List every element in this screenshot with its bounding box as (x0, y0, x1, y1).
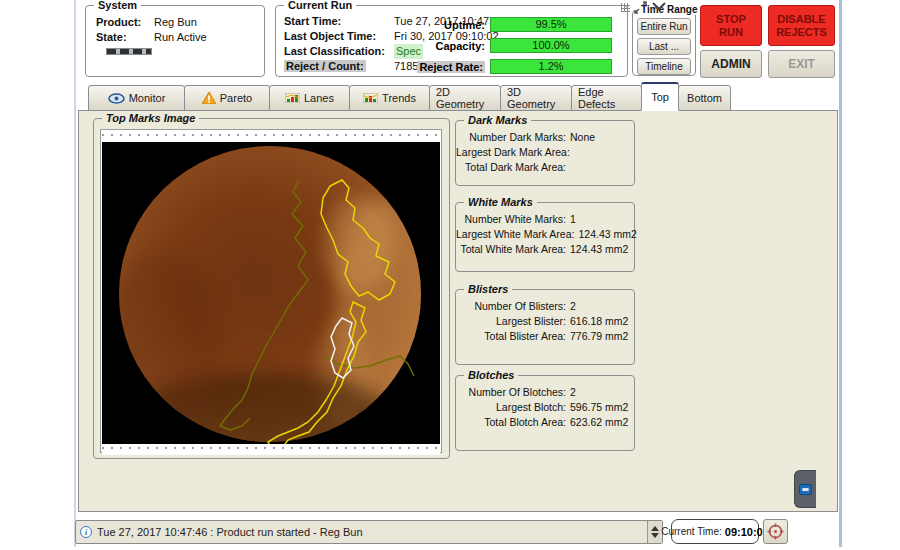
uptime-label: Uptime: (388, 19, 490, 31)
ruler-bottom (102, 447, 440, 455)
tab-top-label: Top (651, 91, 669, 103)
side-pull-tab[interactable] (794, 470, 816, 508)
blotches-groupbox: Blotches Number Of Blotches: 2 Largest B… (455, 375, 635, 451)
run-progress-indicator (106, 48, 152, 55)
tab-2d-geometry[interactable]: 2D Geometry (429, 85, 501, 111)
tab-monitor[interactable]: Monitor (88, 85, 185, 111)
white-marks-groupbox: White Marks Number White Marks: 1 Larges… (455, 202, 635, 272)
last-object-time-label: Last Object Time: (284, 29, 394, 44)
stat-value: None (570, 130, 595, 145)
blotches-title: Blotches (464, 369, 518, 381)
stat-label: Total Blotch Area: (456, 415, 570, 430)
stat-row: Number Of Blotches: 2 (456, 385, 634, 400)
timeline-button[interactable]: Timeline (637, 58, 691, 75)
current-run-title: Current Run (284, 0, 356, 11)
stat-label: Total White Mark Area: (456, 242, 570, 257)
tab-edge-defects[interactable]: Edge Defects (571, 85, 642, 111)
tab-trends[interactable]: Trends (349, 85, 430, 111)
inspection-app-window: System Product: Reg Bun State: Run Activ… (0, 0, 900, 550)
capacity-row: Capacity: 100.0% (388, 38, 620, 53)
stat-row: Total Blister Area: 776.79 mm2 (456, 329, 634, 344)
stat-label: Largest Blister: (456, 314, 570, 329)
stat-value: 776.79 mm2 (570, 329, 628, 344)
dark-marks-title: Dark Marks (464, 114, 531, 126)
reject-rate-row: Reject Rate: 1.2% (388, 59, 620, 74)
system-groupbox: System Product: Reg Bun State: Run Activ… (85, 5, 265, 77)
ruler-top (102, 134, 440, 142)
last-button[interactable]: Last ... (637, 38, 691, 55)
stat-row: Total Dark Mark Area: (456, 160, 634, 175)
bun-photo (102, 142, 440, 444)
mini-chart-icon (285, 93, 300, 103)
state-value: Run Active (154, 30, 207, 45)
stat-row: Total White Mark Area: 124.43 mm2 (456, 242, 634, 257)
stat-value: 2 (570, 299, 576, 314)
start-time-label: Start Time: (284, 14, 394, 29)
product-label: Product: (96, 15, 154, 30)
grid-icon[interactable] (621, 3, 630, 12)
spinner-up-icon (651, 526, 659, 531)
target-button[interactable] (763, 519, 788, 544)
product-row: Product: Reg Bun (96, 15, 264, 30)
disable-rejects-button[interactable]: DISABLE REJECTS (768, 5, 835, 46)
stat-row: Number Dark Marks: None (456, 130, 634, 145)
tab-bottom[interactable]: Bottom (678, 85, 731, 111)
current-time-box: Current Time: 09:10:02 (671, 519, 759, 544)
uptime-bar: 99.5% (490, 17, 612, 32)
exit-button[interactable]: EXIT (768, 50, 835, 78)
stop-run-button[interactable]: STOP RUN (700, 5, 762, 46)
current-time-label: Current Time: (661, 526, 722, 537)
capacity-label: Capacity: (388, 40, 490, 52)
uptime-row: Uptime: 99.5% (388, 17, 620, 32)
stat-row: Total Blotch Area: 623.62 mm2 (456, 415, 634, 430)
stat-label: Largest Dark Mark Area: (456, 145, 574, 160)
stat-value: 596.75 mm2 (570, 400, 628, 415)
spinner-down-icon (651, 533, 659, 538)
stat-value: 1 (570, 212, 576, 227)
tab-lanes[interactable]: Lanes (269, 85, 350, 111)
status-message: Tue 27, 2017 10:47:46 : Product run star… (97, 526, 647, 538)
event-log-spinner[interactable] (647, 521, 662, 543)
entire-run-button[interactable]: Entire Run (637, 18, 691, 35)
dark-marks-groupbox: Dark Marks Number Dark Marks: None Large… (455, 120, 635, 186)
system-title: System (94, 0, 141, 11)
blisters-groupbox: Blisters Number Of Blisters: 2 Largest B… (455, 289, 635, 365)
tab-monitor-label: Monitor (129, 92, 166, 104)
warning-icon (202, 92, 216, 104)
state-row: State: Run Active (96, 30, 264, 45)
tab-3d-geometry[interactable]: 3D Geometry (500, 85, 572, 111)
time-range-groupbox: Time Range Entire Run Last ... Timeline (632, 10, 696, 76)
crosshair-icon (767, 523, 784, 540)
tab-top[interactable]: Top (641, 82, 679, 111)
tab-pareto[interactable]: Pareto (184, 85, 270, 111)
stat-value: 124.43 mm2 (570, 242, 628, 257)
stat-label: Largest White Mark Area: (456, 227, 578, 242)
stat-row: Largest White Mark Area: 124.43 mm2 (456, 227, 634, 242)
current-run-groupbox: Current Run Start Time: Tue 27, 2017 10:… (275, 5, 628, 77)
stat-label: Number White Marks: (456, 212, 570, 227)
stat-row: Number White Marks: 1 (456, 212, 634, 227)
tab-3d-geometry-label: 3D Geometry (507, 86, 565, 110)
tab-lanes-label: Lanes (304, 92, 334, 104)
blisters-title: Blisters (464, 283, 512, 295)
state-label: State: (96, 30, 154, 45)
stat-label: Largest Blotch: (456, 400, 570, 415)
stat-label: Number Dark Marks: (456, 130, 570, 145)
expand-icon[interactable] (634, 1, 647, 14)
reject-rate-label: Reject Rate: (417, 61, 485, 73)
admin-button[interactable]: ADMIN (700, 50, 762, 78)
mini-chart-icon (363, 93, 378, 103)
chevron-down-icon[interactable] (651, 1, 667, 12)
stat-row: Largest Blister: 616.18 mm2 (456, 314, 634, 329)
stat-row: Number Of Blisters: 2 (456, 299, 634, 314)
event-log-dropdown[interactable]: i Tue 27, 2017 10:47:46 : Product run st… (75, 520, 663, 544)
stat-row: Largest Blotch: 596.75 mm2 (456, 400, 634, 415)
tab-edge-defects-label: Edge Defects (578, 86, 635, 110)
last-classification-label: Last Classification: (284, 44, 394, 59)
bun-image (102, 142, 440, 444)
stat-value: 124.43 mm2 (578, 227, 636, 242)
tab-pareto-label: Pareto (220, 92, 252, 104)
remote-view-icon (799, 484, 812, 495)
disable-rejects-label: DISABLE REJECTS (774, 13, 830, 39)
stop-run-label: STOP RUN (709, 13, 753, 39)
